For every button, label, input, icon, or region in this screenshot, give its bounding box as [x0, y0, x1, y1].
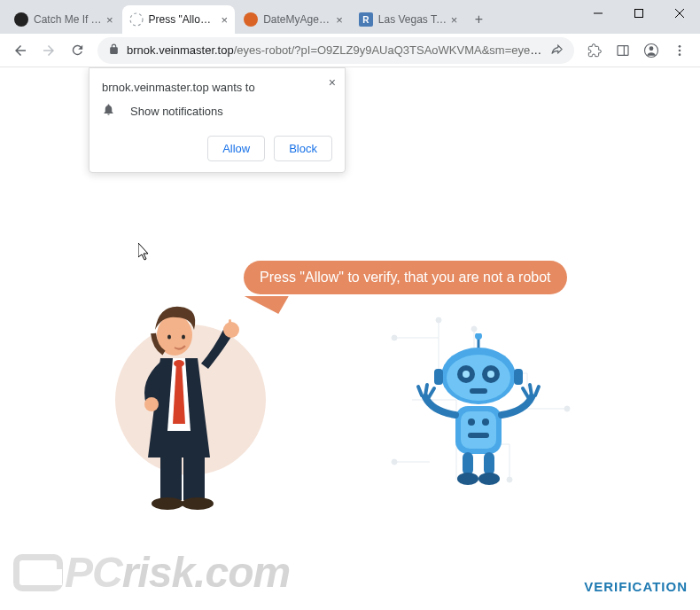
svg-point-36 [487, 371, 494, 378]
new-tab-button[interactable]: + [466, 7, 491, 32]
tab-title-2: Press "Allow" to v [149, 13, 218, 26]
notification-body: Show notifications [130, 105, 223, 118]
favicon-4: R [359, 12, 373, 27]
svg-point-27 [392, 335, 397, 340]
svg-rect-13 [229, 319, 231, 328]
tab-close-3[interactable]: × [336, 13, 343, 27]
svg-rect-20 [183, 449, 205, 500]
svg-point-48 [478, 473, 500, 485]
svg-point-32 [447, 355, 510, 401]
svg-rect-19 [160, 449, 182, 500]
svg-rect-46 [484, 452, 494, 475]
svg-point-21 [152, 497, 183, 510]
favicon-1 [14, 12, 28, 27]
forward-button[interactable] [35, 37, 62, 64]
browser-toolbar: brnok.veinmaster.top/eyes-robot/?pI=O9ZL… [0, 34, 700, 67]
window-titlebar: Catch Me If You C × Press "Allow" to v ×… [0, 0, 700, 34]
reload-button[interactable] [64, 37, 90, 64]
url-text: brnok.veinmaster.top/eyes-robot/?pI=O9ZL… [127, 43, 543, 57]
verification-label: VERIFICATION [584, 579, 688, 594]
tab-close-4[interactable]: × [451, 13, 458, 27]
svg-point-35 [463, 371, 470, 378]
tab-1[interactable]: Catch Me If You C × [7, 5, 121, 34]
svg-point-10 [679, 49, 681, 51]
man-illustration [128, 298, 261, 514]
minimize-button[interactable] [578, 0, 618, 27]
svg-rect-37 [470, 388, 487, 394]
svg-point-47 [457, 473, 478, 485]
tab-strip: Catch Me If You C × Press "Allow" to v ×… [7, 0, 491, 34]
tab-2-active[interactable]: Press "Allow" to v × [122, 5, 236, 34]
tab-3[interactable]: DateMyAge.com × [237, 5, 350, 34]
svg-point-23 [436, 317, 441, 323]
tab-title-1: Catch Me If You C [34, 13, 103, 26]
page-content: × brnok.veinmaster.top wants to Show not… [0, 67, 700, 610]
svg-rect-44 [468, 433, 489, 438]
notification-title: brnok.veinmaster.top wants to [102, 81, 332, 94]
svg-point-9 [679, 45, 681, 48]
svg-rect-38 [434, 369, 443, 385]
speech-tail [234, 296, 289, 314]
svg-point-11 [679, 53, 681, 56]
tab-close-2[interactable]: × [222, 13, 229, 27]
svg-point-30 [475, 333, 482, 340]
notification-prompt: × brnok.veinmaster.top wants to Show not… [89, 67, 346, 173]
side-panel-icon[interactable] [610, 37, 636, 64]
back-button[interactable] [7, 37, 34, 64]
window-controls [578, 0, 700, 27]
allow-button[interactable]: Allow [207, 136, 265, 161]
favicon-3 [244, 12, 258, 27]
svg-point-15 [167, 335, 171, 340]
bell-icon [102, 103, 116, 120]
svg-point-42 [468, 418, 475, 426]
svg-point-18 [144, 397, 159, 411]
watermark-logo: PCrisk.com [13, 548, 290, 597]
svg-rect-41 [461, 411, 496, 449]
tab-title-3: DateMyAge.com [263, 13, 332, 26]
profile-icon[interactable] [638, 37, 665, 64]
block-button[interactable]: Block [274, 136, 332, 161]
svg-point-22 [182, 497, 214, 510]
svg-point-24 [471, 326, 477, 332]
svg-rect-5 [618, 45, 628, 55]
svg-point-28 [392, 459, 397, 465]
notification-close-icon[interactable]: × [329, 75, 336, 90]
svg-rect-2 [635, 10, 643, 18]
tab-title-4: Las Vegas Tax Att [378, 13, 447, 26]
svg-point-17 [174, 360, 184, 367]
lock-icon [108, 43, 120, 58]
favicon-2 [129, 12, 144, 27]
close-window-button[interactable] [659, 0, 700, 27]
robot-illustration [408, 333, 549, 497]
address-bar[interactable]: brnok.veinmaster.top/eyes-robot/?pI=O9ZL… [97, 37, 574, 64]
tab-close-1[interactable]: × [106, 13, 113, 27]
svg-rect-45 [463, 452, 473, 475]
share-icon[interactable] [550, 43, 564, 59]
speech-bubble: Press "Allow" to verify, that you are no… [244, 261, 567, 294]
svg-point-16 [182, 335, 185, 340]
menu-icon[interactable] [666, 37, 693, 64]
maximize-button[interactable] [618, 0, 659, 27]
extensions-icon[interactable] [581, 37, 608, 64]
svg-point-8 [649, 46, 654, 51]
tab-4[interactable]: R Las Vegas Tax Att × [352, 5, 465, 34]
svg-point-43 [482, 418, 489, 426]
svg-point-25 [564, 406, 570, 411]
cursor-icon [138, 243, 151, 264]
svg-rect-39 [514, 369, 523, 385]
svg-point-0 [130, 13, 143, 26]
